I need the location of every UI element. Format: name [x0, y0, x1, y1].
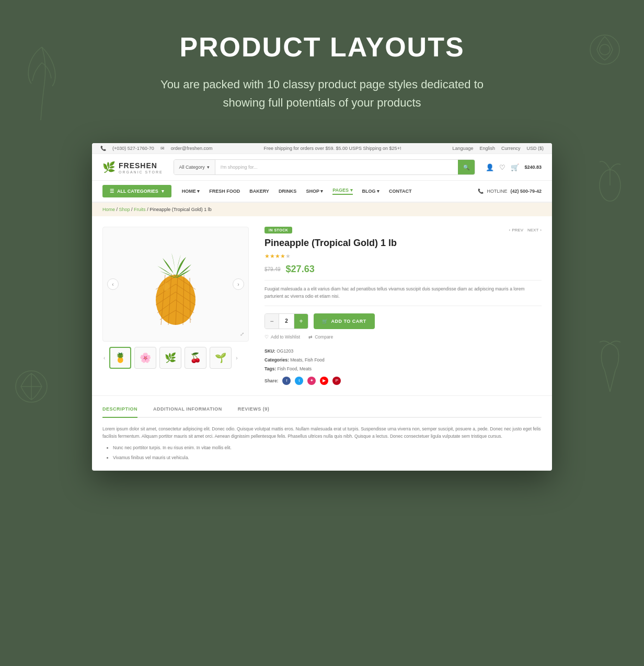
breadcrumb-home[interactable]: Home — [102, 207, 115, 212]
add-to-wishlist-button[interactable]: ♡ Add to Wishlist — [264, 334, 300, 340]
wishlist-compare: ♡ Add to Wishlist ⇄ Compare — [264, 334, 542, 340]
thumb-prev-button[interactable]: ‹ — [102, 354, 106, 362]
add-to-cart-button[interactable]: 🛒 ADD TO CART — [314, 313, 375, 329]
thumbnail-4[interactable]: 🍒 — [185, 347, 206, 369]
in-stock-badge: IN STOCK — [264, 227, 292, 233]
phone-icon: 📞 — [478, 189, 484, 194]
nav-blog[interactable]: BLOG ▾ — [362, 189, 380, 194]
svg-point-2 — [16, 371, 47, 402]
breadcrumb-shop[interactable]: Shop — [119, 207, 130, 212]
nav-fresh-food[interactable]: FRESH FOOD — [209, 189, 240, 194]
hotline: 📞 HOTLINE (42) 500-79-42 — [478, 189, 542, 194]
youtube-share-button[interactable]: ▶ — [320, 377, 328, 385]
phone-icon: 📞 — [100, 146, 106, 151]
description-bullet-2: Vivamus finibus vel mauris ut vehicula. — [113, 454, 542, 461]
gallery-next-button[interactable]: › — [233, 278, 244, 290]
currency-label: Currency — [501, 146, 521, 151]
main-image: ‹ — [102, 227, 249, 342]
compare-icon: ⇄ — [308, 334, 313, 340]
breadcrumb-fruits[interactable]: Fruits — [134, 207, 146, 212]
sku-row: SKU: OG1203 — [264, 347, 542, 356]
expand-icon[interactable]: ⤢ — [240, 331, 244, 337]
menu-icon: ☰ — [110, 189, 114, 194]
nav-pages[interactable]: PAGES ▾ — [332, 188, 352, 195]
instagram-share-button[interactable]: ✦ — [307, 377, 316, 385]
quantity-increase-button[interactable]: + — [294, 313, 308, 329]
pineapple-image — [139, 237, 212, 331]
hero-section: PRODUCT LAYOUTS You are packed with 10 c… — [0, 0, 644, 133]
product-badges: IN STOCK ‹ PREV NEXT › — [264, 227, 542, 233]
language-value[interactable]: English — [479, 146, 495, 151]
chevron-down-icon: ▾ — [162, 189, 164, 194]
logo-icon: 🌿 — [102, 161, 116, 173]
demo-frame: 📞 (+030) 527-1760-70 ✉ order@freshen.com… — [92, 143, 552, 471]
top-bar-left: 📞 (+030) 527-1760-70 ✉ order@freshen.com — [100, 146, 212, 151]
price-area: $79.49 $27.63 — [264, 264, 542, 275]
facebook-share-button[interactable]: f — [282, 377, 291, 385]
top-bar: 📞 (+030) 527-1760-70 ✉ order@freshen.com… — [92, 143, 552, 154]
thumbnail-5[interactable]: 🌱 — [210, 347, 232, 369]
breadcrumb-current: Pineapple (Tropical Gold) 1 lb — [150, 207, 212, 212]
product-tabs: DESCRIPTION ADDITIONAL INFORMATION REVIE… — [92, 395, 552, 471]
gallery-prev-button[interactable]: ‹ — [107, 278, 119, 290]
thumbnail-3[interactable]: 🌿 — [159, 347, 181, 369]
product-description: Fuugiat malesuada a a elit varius diam h… — [264, 280, 542, 306]
tab-description[interactable]: DESCRIPTION — [102, 406, 137, 418]
product-meta: SKU: OG1203 Categories: Meats, Fish Food… — [264, 347, 542, 373]
tab-reviews[interactable]: REVIEWS (9) — [238, 406, 270, 417]
prev-product-button[interactable]: ‹ PREV — [509, 228, 523, 232]
old-price: $79.49 — [264, 266, 281, 272]
cart-amount: $240.83 — [524, 165, 542, 170]
product-share: Share: f t ✦ ▶ P — [264, 377, 542, 385]
product-title: Pineapple (Tropical Gold) 1 lb — [264, 238, 542, 249]
search-category-dropdown[interactable]: All Category ▾ — [174, 160, 215, 174]
prev-next-nav: ‹ PREV NEXT › — [509, 228, 542, 232]
nav-bakery[interactable]: BAKERY — [249, 189, 269, 194]
phone-number: (+030) 527-1760-70 — [112, 146, 154, 151]
shipping-info: Free shipping for orders over $59. $5.00… — [263, 146, 401, 151]
compare-button[interactable]: ⇄ Compare — [308, 334, 333, 340]
quantity-control: − 2 + — [264, 313, 308, 329]
nav-home[interactable]: HOME ▾ — [182, 189, 200, 194]
cat-nav: ☰ ALL CATEGORIES ▾ HOME ▾ FRESH FOOD BAK… — [92, 181, 552, 203]
nav-drinks[interactable]: DRINKS — [279, 189, 297, 194]
next-product-button[interactable]: NEXT › — [527, 228, 542, 232]
logo-name: FRESHEN — [119, 161, 157, 170]
language-label: Language — [452, 146, 473, 151]
cart-icon: 🛒 — [322, 319, 328, 324]
cart-icon[interactable]: 🛒 — [511, 163, 519, 171]
hotline-number: (42) 500-79-42 — [510, 189, 542, 194]
pinterest-share-button[interactable]: P — [332, 377, 341, 385]
thumbnails: ‹ 🍍 🌸 🌿 🍒 🌱 › — [102, 347, 249, 369]
email-address: order@freshen.com — [171, 146, 213, 151]
quantity-decrease-button[interactable]: − — [265, 313, 279, 329]
wishlist-icon[interactable]: ♡ — [499, 163, 505, 171]
tab-headers: DESCRIPTION ADDITIONAL INFORMATION REVIE… — [102, 406, 542, 418]
tags-row: Tags: Fish Food, Meats — [264, 365, 542, 373]
all-categories-button[interactable]: ☰ ALL CATEGORIES ▾ — [102, 185, 171, 197]
product-area: ‹ — [92, 216, 552, 395]
svg-point-3 — [600, 170, 620, 201]
thumb-next-button[interactable]: › — [235, 354, 238, 362]
breadcrumb: Home / Shop / Fruits / Pineapple (Tropic… — [92, 203, 552, 216]
page-subtitle: You are packed with 10 classy product pa… — [139, 75, 505, 112]
logo: 🌿 FRESHEN ORGANIC STORE — [102, 161, 163, 174]
new-price: $27.63 — [286, 264, 315, 275]
nav-contact[interactable]: CONTACT — [389, 189, 411, 194]
heart-icon: ♡ — [264, 334, 269, 340]
add-to-cart-row: − 2 + 🛒 ADD TO CART — [264, 313, 542, 329]
currency-value[interactable]: USD ($) — [526, 146, 544, 151]
search-input-placeholder: I'm shopping for... — [215, 160, 458, 174]
top-bar-right: Language English Currency USD ($) — [452, 146, 544, 151]
thumbnail-1[interactable]: 🍍 — [109, 347, 131, 369]
search-button[interactable]: 🔍 — [458, 160, 475, 174]
tab-additional-info[interactable]: ADDITIONAL INFORMATION — [153, 406, 222, 417]
categories-row: Categories: Meats, Fish Food — [264, 356, 542, 365]
page-title: PRODUCT LAYOUTS — [10, 31, 634, 63]
user-icon[interactable]: 👤 — [486, 163, 494, 171]
nav-shop[interactable]: SHOP ▾ — [306, 189, 323, 194]
star-rating: ★★★★★ — [264, 253, 542, 260]
twitter-share-button[interactable]: t — [295, 377, 303, 385]
product-gallery: ‹ — [102, 227, 249, 384]
thumbnail-2[interactable]: 🌸 — [134, 347, 156, 369]
